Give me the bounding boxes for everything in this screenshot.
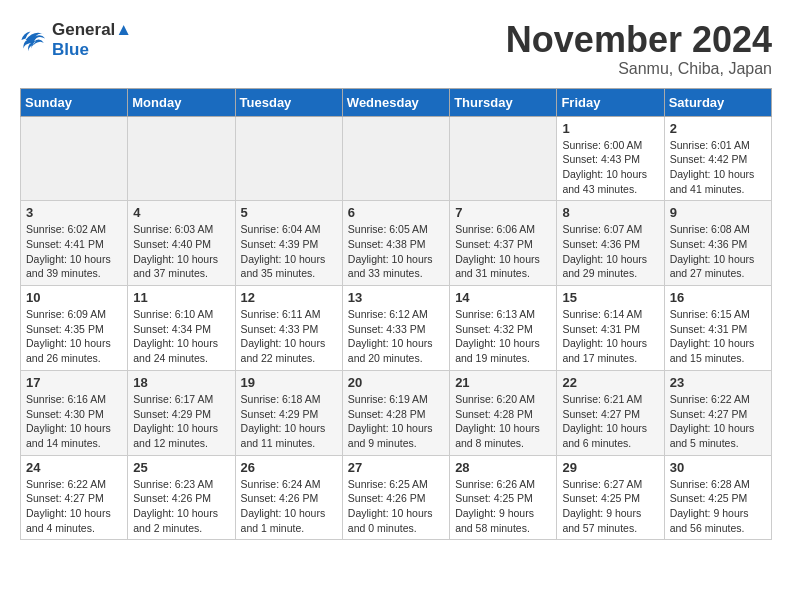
day-info: Sunrise: 6:05 AM Sunset: 4:38 PM Dayligh… bbox=[348, 222, 444, 281]
col-friday: Friday bbox=[557, 88, 664, 116]
calendar-cell bbox=[128, 116, 235, 201]
weekday-row: Sunday Monday Tuesday Wednesday Thursday… bbox=[21, 88, 772, 116]
calendar-cell: 22Sunrise: 6:21 AM Sunset: 4:27 PM Dayli… bbox=[557, 370, 664, 455]
day-number: 8 bbox=[562, 205, 658, 220]
calendar-cell: 24Sunrise: 6:22 AM Sunset: 4:27 PM Dayli… bbox=[21, 455, 128, 540]
day-info: Sunrise: 6:21 AM Sunset: 4:27 PM Dayligh… bbox=[562, 392, 658, 451]
calendar-cell: 3Sunrise: 6:02 AM Sunset: 4:41 PM Daylig… bbox=[21, 201, 128, 286]
day-info: Sunrise: 6:17 AM Sunset: 4:29 PM Dayligh… bbox=[133, 392, 229, 451]
day-info: Sunrise: 6:03 AM Sunset: 4:40 PM Dayligh… bbox=[133, 222, 229, 281]
day-info: Sunrise: 6:26 AM Sunset: 4:25 PM Dayligh… bbox=[455, 477, 551, 536]
day-number: 23 bbox=[670, 375, 766, 390]
day-number: 17 bbox=[26, 375, 122, 390]
calendar-week-3: 10Sunrise: 6:09 AM Sunset: 4:35 PM Dayli… bbox=[21, 286, 772, 371]
day-number: 18 bbox=[133, 375, 229, 390]
day-info: Sunrise: 6:01 AM Sunset: 4:42 PM Dayligh… bbox=[670, 138, 766, 197]
calendar-cell: 4Sunrise: 6:03 AM Sunset: 4:40 PM Daylig… bbox=[128, 201, 235, 286]
day-info: Sunrise: 6:22 AM Sunset: 4:27 PM Dayligh… bbox=[26, 477, 122, 536]
calendar-cell: 27Sunrise: 6:25 AM Sunset: 4:26 PM Dayli… bbox=[342, 455, 449, 540]
month-title: November 2024 bbox=[506, 20, 772, 60]
col-thursday: Thursday bbox=[450, 88, 557, 116]
col-saturday: Saturday bbox=[664, 88, 771, 116]
logo: General▲ Blue bbox=[20, 20, 132, 60]
calendar-cell: 9Sunrise: 6:08 AM Sunset: 4:36 PM Daylig… bbox=[664, 201, 771, 286]
day-number: 15 bbox=[562, 290, 658, 305]
day-info: Sunrise: 6:10 AM Sunset: 4:34 PM Dayligh… bbox=[133, 307, 229, 366]
calendar-cell: 26Sunrise: 6:24 AM Sunset: 4:26 PM Dayli… bbox=[235, 455, 342, 540]
day-number: 11 bbox=[133, 290, 229, 305]
day-info: Sunrise: 6:07 AM Sunset: 4:36 PM Dayligh… bbox=[562, 222, 658, 281]
day-number: 20 bbox=[348, 375, 444, 390]
col-tuesday: Tuesday bbox=[235, 88, 342, 116]
calendar-header: Sunday Monday Tuesday Wednesday Thursday… bbox=[21, 88, 772, 116]
calendar-cell: 1Sunrise: 6:00 AM Sunset: 4:43 PM Daylig… bbox=[557, 116, 664, 201]
day-number: 16 bbox=[670, 290, 766, 305]
calendar-cell: 13Sunrise: 6:12 AM Sunset: 4:33 PM Dayli… bbox=[342, 286, 449, 371]
day-number: 13 bbox=[348, 290, 444, 305]
day-number: 9 bbox=[670, 205, 766, 220]
calendar-body: 1Sunrise: 6:00 AM Sunset: 4:43 PM Daylig… bbox=[21, 116, 772, 540]
day-number: 3 bbox=[26, 205, 122, 220]
day-info: Sunrise: 6:15 AM Sunset: 4:31 PM Dayligh… bbox=[670, 307, 766, 366]
day-info: Sunrise: 6:22 AM Sunset: 4:27 PM Dayligh… bbox=[670, 392, 766, 451]
day-number: 21 bbox=[455, 375, 551, 390]
calendar-week-5: 24Sunrise: 6:22 AM Sunset: 4:27 PM Dayli… bbox=[21, 455, 772, 540]
day-info: Sunrise: 6:28 AM Sunset: 4:25 PM Dayligh… bbox=[670, 477, 766, 536]
calendar-cell bbox=[21, 116, 128, 201]
calendar-week-2: 3Sunrise: 6:02 AM Sunset: 4:41 PM Daylig… bbox=[21, 201, 772, 286]
day-number: 1 bbox=[562, 121, 658, 136]
col-monday: Monday bbox=[128, 88, 235, 116]
calendar-cell: 15Sunrise: 6:14 AM Sunset: 4:31 PM Dayli… bbox=[557, 286, 664, 371]
day-number: 7 bbox=[455, 205, 551, 220]
calendar-cell: 16Sunrise: 6:15 AM Sunset: 4:31 PM Dayli… bbox=[664, 286, 771, 371]
calendar-cell: 8Sunrise: 6:07 AM Sunset: 4:36 PM Daylig… bbox=[557, 201, 664, 286]
day-info: Sunrise: 6:12 AM Sunset: 4:33 PM Dayligh… bbox=[348, 307, 444, 366]
calendar-cell: 17Sunrise: 6:16 AM Sunset: 4:30 PM Dayli… bbox=[21, 370, 128, 455]
calendar-week-1: 1Sunrise: 6:00 AM Sunset: 4:43 PM Daylig… bbox=[21, 116, 772, 201]
day-number: 29 bbox=[562, 460, 658, 475]
calendar-cell: 19Sunrise: 6:18 AM Sunset: 4:29 PM Dayli… bbox=[235, 370, 342, 455]
day-info: Sunrise: 6:23 AM Sunset: 4:26 PM Dayligh… bbox=[133, 477, 229, 536]
logo-line2: Blue bbox=[52, 40, 132, 60]
day-number: 5 bbox=[241, 205, 337, 220]
day-number: 10 bbox=[26, 290, 122, 305]
logo-icon bbox=[20, 26, 48, 54]
day-info: Sunrise: 6:19 AM Sunset: 4:28 PM Dayligh… bbox=[348, 392, 444, 451]
calendar-cell: 7Sunrise: 6:06 AM Sunset: 4:37 PM Daylig… bbox=[450, 201, 557, 286]
day-info: Sunrise: 6:16 AM Sunset: 4:30 PM Dayligh… bbox=[26, 392, 122, 451]
calendar-cell: 21Sunrise: 6:20 AM Sunset: 4:28 PM Dayli… bbox=[450, 370, 557, 455]
day-number: 2 bbox=[670, 121, 766, 136]
day-info: Sunrise: 6:25 AM Sunset: 4:26 PM Dayligh… bbox=[348, 477, 444, 536]
day-info: Sunrise: 6:06 AM Sunset: 4:37 PM Dayligh… bbox=[455, 222, 551, 281]
day-info: Sunrise: 6:27 AM Sunset: 4:25 PM Dayligh… bbox=[562, 477, 658, 536]
location: Sanmu, Chiba, Japan bbox=[506, 60, 772, 78]
day-number: 28 bbox=[455, 460, 551, 475]
calendar-cell: 20Sunrise: 6:19 AM Sunset: 4:28 PM Dayli… bbox=[342, 370, 449, 455]
calendar-cell: 11Sunrise: 6:10 AM Sunset: 4:34 PM Dayli… bbox=[128, 286, 235, 371]
col-wednesday: Wednesday bbox=[342, 88, 449, 116]
day-number: 30 bbox=[670, 460, 766, 475]
calendar-cell: 2Sunrise: 6:01 AM Sunset: 4:42 PM Daylig… bbox=[664, 116, 771, 201]
day-number: 6 bbox=[348, 205, 444, 220]
col-sunday: Sunday bbox=[21, 88, 128, 116]
day-info: Sunrise: 6:18 AM Sunset: 4:29 PM Dayligh… bbox=[241, 392, 337, 451]
calendar-cell: 6Sunrise: 6:05 AM Sunset: 4:38 PM Daylig… bbox=[342, 201, 449, 286]
calendar-cell: 29Sunrise: 6:27 AM Sunset: 4:25 PM Dayli… bbox=[557, 455, 664, 540]
calendar-cell: 12Sunrise: 6:11 AM Sunset: 4:33 PM Dayli… bbox=[235, 286, 342, 371]
day-info: Sunrise: 6:11 AM Sunset: 4:33 PM Dayligh… bbox=[241, 307, 337, 366]
day-number: 25 bbox=[133, 460, 229, 475]
day-info: Sunrise: 6:20 AM Sunset: 4:28 PM Dayligh… bbox=[455, 392, 551, 451]
logo-line1: General▲ bbox=[52, 20, 132, 40]
calendar-cell: 30Sunrise: 6:28 AM Sunset: 4:25 PM Dayli… bbox=[664, 455, 771, 540]
day-number: 14 bbox=[455, 290, 551, 305]
day-number: 24 bbox=[26, 460, 122, 475]
day-info: Sunrise: 6:13 AM Sunset: 4:32 PM Dayligh… bbox=[455, 307, 551, 366]
day-info: Sunrise: 6:00 AM Sunset: 4:43 PM Dayligh… bbox=[562, 138, 658, 197]
day-number: 12 bbox=[241, 290, 337, 305]
day-number: 27 bbox=[348, 460, 444, 475]
title-block: November 2024 Sanmu, Chiba, Japan bbox=[506, 20, 772, 78]
calendar-cell bbox=[450, 116, 557, 201]
calendar-week-4: 17Sunrise: 6:16 AM Sunset: 4:30 PM Dayli… bbox=[21, 370, 772, 455]
calendar-cell bbox=[342, 116, 449, 201]
calendar-cell: 18Sunrise: 6:17 AM Sunset: 4:29 PM Dayli… bbox=[128, 370, 235, 455]
